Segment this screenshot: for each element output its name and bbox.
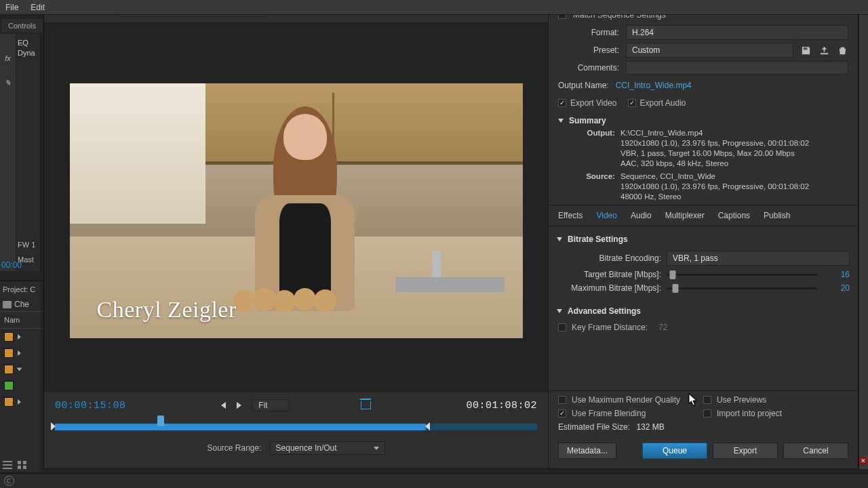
menu-file[interactable]: File xyxy=(5,3,18,12)
lower-third-text: Cheryl Zeigler xyxy=(97,297,237,323)
cancel-button[interactable]: Cancel xyxy=(783,443,848,459)
pen-icon[interactable]: ✎ xyxy=(5,79,11,87)
out-point-marker[interactable] xyxy=(425,422,430,430)
max-bitrate-slider[interactable] xyxy=(667,287,817,289)
project-search-text[interactable]: Che xyxy=(14,300,29,309)
menu-bar: File Edit xyxy=(0,0,868,15)
disclosure-triangle-icon[interactable] xyxy=(17,368,22,371)
preset-label: Preset: xyxy=(558,45,619,55)
save-preset-icon[interactable] xyxy=(800,45,812,56)
advanced-settings-header[interactable]: Advanced Settings xyxy=(554,304,850,319)
comments-label: Comments: xyxy=(558,63,619,73)
keyframe-distance-label: Key Frame Distance: xyxy=(572,323,648,332)
list-view-icon[interactable] xyxy=(3,461,12,469)
frame-blending-checkbox[interactable] xyxy=(558,409,566,418)
export-settings-pane: Match Sequence Settings Format: H.264 Pr… xyxy=(549,1,858,468)
folder-icon[interactable] xyxy=(3,301,12,308)
preset-value: Custom xyxy=(632,45,660,55)
bitrate-settings-header[interactable]: Bitrate Settings xyxy=(554,232,850,247)
export-audio-checkbox[interactable] xyxy=(628,99,636,107)
project-row[interactable] xyxy=(0,361,41,378)
disclosure-triangle-icon[interactable] xyxy=(18,334,21,340)
export-settings-dialog: Source Scaling: Scale To Fit xyxy=(43,0,859,469)
delete-preset-icon[interactable] xyxy=(837,45,848,56)
color-swatch xyxy=(4,365,14,374)
import-preset-icon[interactable] xyxy=(818,45,830,56)
export-audio-label: Export Audio xyxy=(640,98,686,108)
project-row[interactable] xyxy=(0,394,41,410)
summary-header[interactable]: Summary xyxy=(558,113,848,128)
svg-rect-0 xyxy=(804,47,808,49)
tab-effects[interactable]: Effects xyxy=(558,211,583,220)
output-name-link[interactable]: CCI_Intro_Wide.mp4 xyxy=(616,81,692,90)
queue-button[interactable]: Queue xyxy=(642,443,707,459)
fx-icon[interactable]: fx xyxy=(5,54,11,62)
advanced-settings-title: Advanced Settings xyxy=(568,306,641,316)
format-dropdown[interactable]: H.264 xyxy=(626,25,848,40)
fw-label: FW 1 xyxy=(18,237,35,252)
export-button[interactable]: Export xyxy=(713,443,778,459)
disclosure-triangle-icon[interactable] xyxy=(18,350,21,356)
keyframe-distance-value: 72 xyxy=(658,323,667,332)
slider-thumb[interactable] xyxy=(669,270,675,279)
settings-tabs: EffectsVideoAudioMultiplexerCaptionsPubl… xyxy=(549,205,858,226)
source-range-label: Source Range: xyxy=(207,443,261,453)
max-bitrate-label: Maximum Bitrate [Mbps]: xyxy=(566,283,661,293)
dynamics-label: Dyna xyxy=(18,48,35,58)
timeline-ruler[interactable] xyxy=(55,420,537,436)
project-row[interactable] xyxy=(0,329,41,345)
preset-dropdown[interactable]: Custom xyxy=(626,43,793,58)
color-swatch xyxy=(4,381,14,390)
zoom-fit-dropdown[interactable]: Fit xyxy=(252,399,288,411)
tab-publish[interactable]: Publish xyxy=(764,211,790,220)
close-icon[interactable]: ✕ xyxy=(859,457,867,465)
tab-audio[interactable]: Audio xyxy=(631,211,652,220)
max-bitrate-value[interactable]: 20 xyxy=(823,283,850,293)
format-value: H.264 xyxy=(632,28,654,37)
estimated-size-value: 132 MB xyxy=(636,422,664,432)
bitrate-encoding-label: Bitrate Encoding: xyxy=(566,253,661,263)
chevron-down-icon xyxy=(374,447,379,450)
creative-cloud-icon[interactable] xyxy=(4,476,14,486)
max-render-quality-label: Use Maximum Render Quality xyxy=(572,395,680,405)
video-preview[interactable]: Cheryl Zeigler xyxy=(70,83,523,338)
use-previews-label: Use Previews xyxy=(717,395,766,405)
tab-captions[interactable]: Captions xyxy=(718,211,750,220)
tab-multiplexer[interactable]: Multiplexer xyxy=(665,211,705,220)
panel-timecode: 00:00 xyxy=(1,260,22,270)
comments-input[interactable] xyxy=(626,61,848,75)
playhead[interactable] xyxy=(157,415,164,426)
source-range-dropdown[interactable]: Sequence In/Out xyxy=(270,441,385,455)
import-project-checkbox[interactable] xyxy=(703,409,711,418)
disclosure-triangle-icon[interactable] xyxy=(18,399,21,405)
slider-thumb[interactable] xyxy=(673,284,679,293)
step-forward-button[interactable] xyxy=(237,402,241,409)
timecode-current[interactable]: 00:00:15:08 xyxy=(55,400,126,411)
color-swatch xyxy=(4,332,14,342)
max-render-quality-checkbox[interactable] xyxy=(558,396,566,404)
grid-view-icon[interactable] xyxy=(18,461,27,469)
target-bitrate-value[interactable]: 16 xyxy=(823,270,850,279)
crop-icon[interactable] xyxy=(361,401,371,409)
import-project-label: Import into project xyxy=(717,409,782,418)
in-point-marker[interactable] xyxy=(51,422,56,430)
tab-video[interactable]: Video xyxy=(596,211,616,220)
bitrate-encoding-dropdown[interactable]: VBR, 1 pass xyxy=(667,251,850,266)
project-row[interactable] xyxy=(0,345,41,361)
effect-controls-tab[interactable]: Controls xyxy=(1,19,43,33)
timecode-duration: 00:01:08:02 xyxy=(466,400,537,411)
metadata-button[interactable]: Metadata... xyxy=(558,443,616,459)
menu-edit[interactable]: Edit xyxy=(31,3,45,12)
use-previews-checkbox[interactable] xyxy=(703,396,711,404)
export-video-checkbox[interactable] xyxy=(558,99,566,107)
status-bar xyxy=(0,473,868,488)
zoom-fit-label: Fit xyxy=(258,401,267,410)
project-name-header[interactable]: Nam xyxy=(0,311,41,329)
frame-blending-label: Use Frame Blending xyxy=(572,409,646,418)
keyframe-distance-checkbox[interactable] xyxy=(558,323,566,331)
target-bitrate-slider[interactable] xyxy=(667,274,817,276)
scrollbar-gutter[interactable]: ✕ xyxy=(859,0,868,469)
color-swatch xyxy=(4,397,14,407)
project-row[interactable] xyxy=(0,378,41,394)
step-back-button[interactable] xyxy=(221,402,226,409)
